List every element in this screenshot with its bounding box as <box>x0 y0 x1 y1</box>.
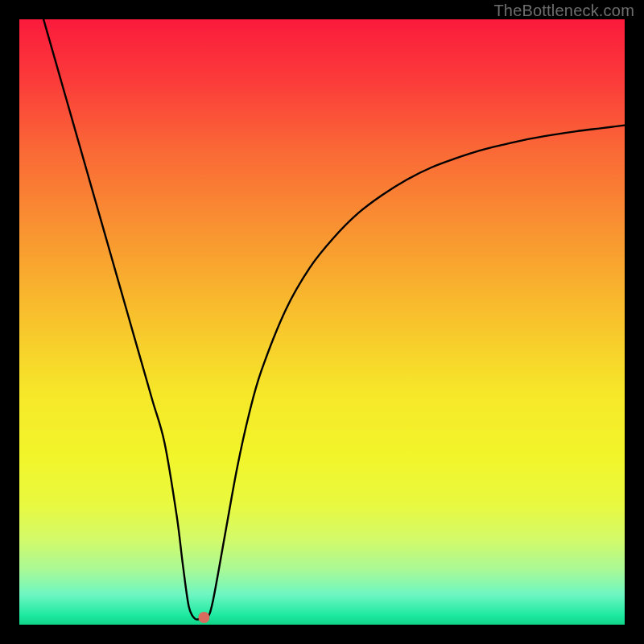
watermark-text: TheBottleneck.com <box>493 2 634 20</box>
bottleneck-chart <box>19 19 625 625</box>
chart-frame <box>19 19 625 625</box>
optimal-point-marker <box>198 612 209 623</box>
gradient-background <box>19 19 625 625</box>
